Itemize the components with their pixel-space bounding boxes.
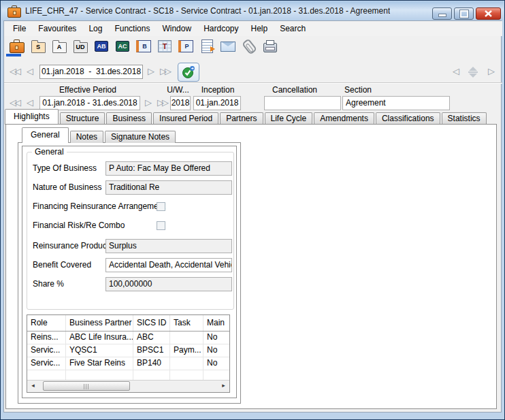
ac-icon[interactable]: AC <box>115 39 130 54</box>
subtab-general[interactable]: General <box>22 127 69 143</box>
col-sics-id[interactable]: SICS ID <box>133 315 170 331</box>
table-cell: BP140 <box>133 357 170 370</box>
nature-of-business-field[interactable]: Traditional Re <box>105 180 232 195</box>
tab-classifications[interactable]: Classifications <box>376 112 440 125</box>
table-t-icon[interactable]: T <box>157 39 172 54</box>
tab-insured-period[interactable]: Insured Period <box>153 112 218 125</box>
book-p-icon[interactable]: P <box>178 39 193 54</box>
menu-file[interactable]: File <box>7 22 32 35</box>
last-record-icon[interactable]: ▷▷ <box>160 66 169 77</box>
tab-partners[interactable]: Partners <box>220 112 263 125</box>
type-of-business-row: Type Of BusinessP Auto: Fac May Be Offer… <box>27 161 233 176</box>
prev-record-icon[interactable]: ◁ <box>27 66 31 77</box>
table-cell: No <box>203 357 229 370</box>
minimize-button[interactable] <box>432 7 452 20</box>
folder-ud-icon[interactable]: UD <box>73 39 88 54</box>
reinsurance-product-field[interactable]: Surplus <box>105 239 232 253</box>
table-cell: YQSC1 <box>66 344 133 357</box>
printer-icon[interactable] <box>263 39 278 54</box>
share-field[interactable]: 100,000000 <box>105 277 232 291</box>
menu-search[interactable]: Search <box>274 22 312 35</box>
financing-reinsurance-arrangement-checkbox[interactable] <box>157 202 165 211</box>
col-business-partner[interactable]: Business Partner <box>66 315 133 331</box>
close-button[interactable] <box>476 7 501 20</box>
scroll-right-icon[interactable]: ▸ <box>218 381 229 391</box>
benefit-covered-field[interactable]: Accidental Death, Accidental Vehicle <box>105 258 232 272</box>
header-inception: Inception <box>195 85 240 95</box>
validate-button[interactable] <box>178 63 199 82</box>
nature-of-business-label: Nature of Business <box>33 180 101 195</box>
scroll-left-icon[interactable]: ◂ <box>27 381 39 391</box>
tab-life-cycle[interactable]: Life Cycle <box>265 112 313 125</box>
tab-business[interactable]: Business <box>106 112 152 125</box>
briefcase-icon[interactable] <box>10 39 25 54</box>
window-title: LIFE_CHR_47 - Service Contract - SC18 - … <box>25 6 390 16</box>
detail-last-icon[interactable]: ▷▷ <box>157 97 167 108</box>
tab-highlights[interactable]: Highlights <box>5 109 59 125</box>
table-cell: Five Star Reins <box>66 357 133 370</box>
tab-amendments[interactable]: Amendments <box>314 112 374 125</box>
effective-period-field[interactable]: 01.jan.2018 - 31.des.2018 <box>39 96 140 110</box>
tab-statistics[interactable]: Statistics <box>442 112 487 125</box>
subtab-signature-notes[interactable]: Signature Notes <box>105 131 176 143</box>
minimize-icon <box>438 14 446 17</box>
reinsurance-product-row: Reinsurance ProductSurplus <box>27 239 233 253</box>
pane-prev-icon[interactable]: ◁ <box>453 66 457 77</box>
table-cell: ABC Life Insura... <box>66 332 133 344</box>
financial-risk-re-combo-label: Financial Risk/Re Combo <box>33 219 125 233</box>
table-row[interactable]: Servic...YQSC1BPSC1Paym...No <box>27 344 229 357</box>
header-uw-year: U/W... <box>159 85 197 95</box>
splitter-handle[interactable] <box>468 67 478 78</box>
inception-field[interactable]: 01.jan.2018 <box>193 96 241 110</box>
table-cell: No <box>203 332 229 344</box>
tab-structure[interactable]: Structure <box>60 112 105 125</box>
table-row[interactable]: Servic...Five Star ReinsBP140No <box>27 357 229 370</box>
detail-next-icon[interactable]: ▷ <box>145 97 150 108</box>
scrollbar-thumb[interactable] <box>43 381 130 391</box>
table-cell: Servic... <box>27 344 66 357</box>
horizontal-scrollbar[interactable]: ◂ ▸ <box>27 380 229 392</box>
header-cancellation: Cancellation <box>254 85 336 95</box>
cancellation-field[interactable] <box>264 96 341 110</box>
pane-next-icon[interactable]: ▷ <box>488 66 493 77</box>
period-navigator-field[interactable]: 01.jan.2018 - 31.des.2018 <box>39 65 143 79</box>
menu-help[interactable]: Help <box>244 22 274 35</box>
menu-favourites[interactable]: Favourites <box>32 22 82 35</box>
menu-window[interactable]: Window <box>156 22 197 35</box>
col-task[interactable]: Task <box>170 315 203 331</box>
menu-bar: FileFavouritesLogFunctionsWindowHardcopy… <box>4 21 502 36</box>
next-record-icon[interactable]: ▷ <box>148 66 152 77</box>
green-check-icon <box>182 65 195 79</box>
record-navigator: ◁◁ ◁ 01.jan.2018 - 31.des.2018 ▷ ▷▷ ◁ ▷ <box>4 61 502 82</box>
ab-icon-label: AB <box>97 44 106 50</box>
folder-a-icon[interactable]: A <box>52 39 67 54</box>
title-bar[interactable]: LIFE_CHR_47 - Service Contract - SC18 - … <box>1 1 504 20</box>
folder-a-icon-label: A <box>57 44 62 50</box>
menu-log[interactable]: Log <box>82 22 108 35</box>
briefcase-icon-glyph <box>10 42 25 53</box>
menu-functions[interactable]: Functions <box>108 22 156 35</box>
export-list-icon[interactable] <box>199 39 214 54</box>
first-record-icon[interactable]: ◁◁ <box>10 66 19 77</box>
col-main[interactable]: Main <box>203 315 229 331</box>
subtab-notes[interactable]: Notes <box>70 131 103 143</box>
separator-line <box>4 82 502 84</box>
detail-prev-icon[interactable]: ◁ <box>27 97 31 108</box>
table-row[interactable]: Reins...ABC Life Insura...ABCNo <box>27 332 229 344</box>
paperclip-icon[interactable] <box>242 39 257 54</box>
ab-icon[interactable]: AB <box>94 39 109 54</box>
book-p-icon-label: P <box>184 44 189 50</box>
printer-icon-glyph <box>263 43 277 52</box>
type-of-business-field[interactable]: P Auto: Fac May Be Offered <box>105 161 232 176</box>
detail-first-icon[interactable]: ◁◁ <box>10 97 19 108</box>
restore-button[interactable] <box>454 7 474 20</box>
section-field[interactable]: Agreement <box>342 96 450 110</box>
envelope-icon[interactable] <box>221 39 235 54</box>
book-b-icon[interactable]: B <box>136 39 151 54</box>
col-role[interactable]: Role <box>27 315 66 331</box>
folder-s-icon[interactable]: S <box>31 39 46 54</box>
financial-risk-re-combo-checkbox[interactable] <box>157 221 165 230</box>
folder-a-icon-glyph: A <box>52 42 67 53</box>
uw-year-field[interactable]: 2018 <box>170 96 191 110</box>
menu-hardcopy[interactable]: Hardcopy <box>197 22 244 35</box>
